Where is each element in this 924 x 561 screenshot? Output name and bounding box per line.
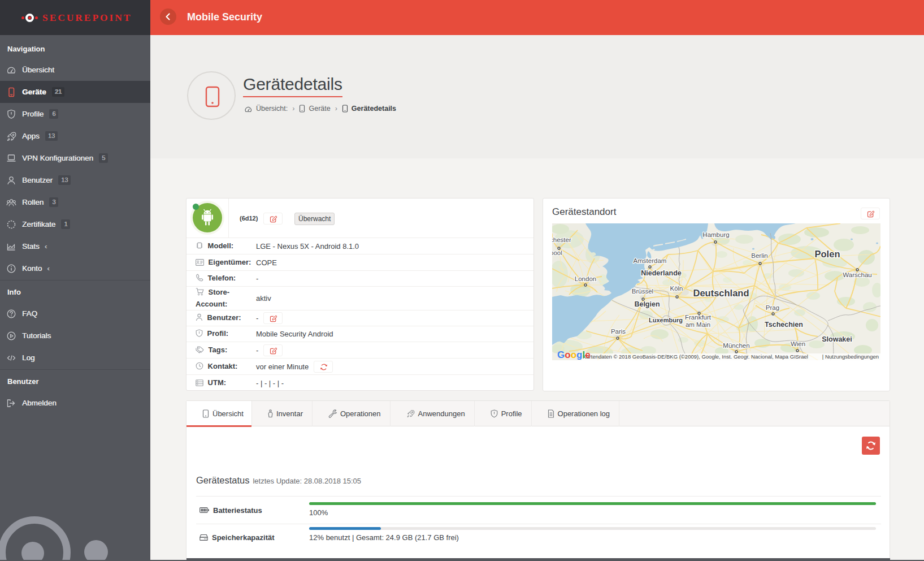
svg-text:| Nutzungsbedingungen: | Nutzungsbedingungen xyxy=(822,353,879,360)
svg-text:Wien: Wien xyxy=(791,340,805,347)
svg-text:chester: chester xyxy=(552,236,571,243)
svg-text:Luxemburg: Luxemburg xyxy=(649,317,683,323)
svg-text:München: München xyxy=(723,342,749,349)
svg-text:Polen: Polen xyxy=(815,249,840,259)
svg-text:Deutschland: Deutschland xyxy=(693,288,749,298)
svg-text:Warschau: Warschau xyxy=(843,271,871,278)
svg-text:Tschechien: Tschechien xyxy=(765,321,803,329)
svg-text:am Main: am Main xyxy=(686,321,710,328)
svg-text:Brüssel: Brüssel xyxy=(632,288,653,295)
svg-text:Google: Google xyxy=(557,349,591,360)
svg-text:Amsterdam: Amsterdam xyxy=(634,257,667,264)
svg-text:Slowakei: Slowakei xyxy=(822,335,852,343)
svg-text:Niederlande: Niederlande xyxy=(641,269,682,277)
svg-text:Prag: Prag xyxy=(766,304,779,311)
svg-text:pool: pool xyxy=(552,249,562,256)
svg-text:London: London xyxy=(575,275,596,282)
svg-text:Berlin: Berlin xyxy=(751,252,767,259)
svg-text:Paris: Paris xyxy=(611,328,626,335)
svg-text:Frankfurt: Frankfurt xyxy=(685,314,712,321)
svg-text:Köln: Köln xyxy=(670,285,683,292)
svg-text:Hamburg: Hamburg xyxy=(702,231,729,238)
svg-text:Belgien: Belgien xyxy=(634,300,660,308)
svg-text:Kartendaten © 2018 GeoBasis-DE: Kartendaten © 2018 GeoBasis-DE/BKG (©200… xyxy=(583,353,808,360)
